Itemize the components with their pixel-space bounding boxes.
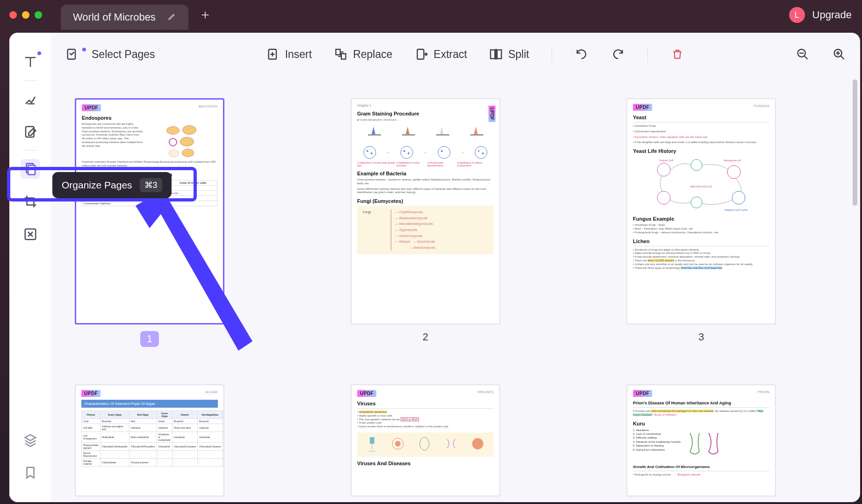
sidebar-highlight[interactable] — [21, 89, 40, 109]
section-heading: Growth And Cultivation Of Microorganisms — [633, 465, 769, 469]
svg-rect-11 — [341, 54, 345, 59]
svg-point-34 — [441, 150, 443, 152]
svg-point-32 — [408, 152, 409, 154]
svg-rect-13 — [490, 50, 495, 59]
tooltip-label: Organize Pages — [62, 180, 132, 191]
page-corner: FUNGUS — [754, 104, 769, 108]
svg-text:Haploid Cell Cycle: Haploid Cell Cycle — [725, 209, 748, 211]
maximize-window-button[interactable] — [35, 11, 42, 19]
page-corner: ALGAE — [205, 390, 218, 394]
sidebar-crop[interactable] — [21, 192, 40, 211]
page-thumbnail-6[interactable]: UPDF PRION Prion's Disease Of Human Inhe… — [626, 384, 776, 497]
svg-point-41 — [732, 191, 745, 204]
page-number: 3 — [698, 331, 704, 343]
upgrade-button[interactable]: Upgrade — [812, 9, 852, 21]
insert-label: Insert — [285, 48, 312, 61]
new-tab-button[interactable] — [199, 8, 212, 22]
svg-rect-26 — [470, 134, 483, 136]
brand-logo: UPDF — [633, 390, 652, 397]
svg-rect-24 — [402, 134, 415, 136]
minimize-window-button[interactable] — [22, 11, 29, 19]
brand-logo: UPDF — [633, 104, 652, 111]
select-pages-button[interactable]: Select Pages — [65, 48, 155, 61]
rotate-right-button[interactable] — [611, 47, 625, 61]
section-heading: Yeast Life History — [633, 148, 769, 154]
sidebar — [9, 33, 51, 502]
sidebar-tools[interactable] — [21, 224, 40, 244]
zoom-in-button[interactable] — [832, 47, 846, 61]
document-tab-title: World of Microbes — [73, 11, 156, 23]
sidebar-separator — [23, 150, 38, 151]
page-thumbnail-5[interactable]: UPDF VIRUSES Viruses • Intracellular par… — [351, 384, 500, 497]
svg-rect-48 — [370, 437, 374, 444]
document-tab[interactable]: World of Microbes — [61, 5, 188, 30]
rename-icon[interactable] — [168, 11, 176, 23]
brand-logo: UPDF — [357, 390, 376, 397]
page-corner: BACTERIA — [199, 104, 217, 108]
svg-point-40 — [727, 166, 740, 179]
page-corner: PRION — [758, 390, 769, 394]
sidebar-reader[interactable] — [21, 52, 40, 72]
scrollbar-track[interactable] — [853, 79, 857, 493]
title-bar: World of Microbes L Upgrade — [0, 0, 862, 30]
section-heading: Example of Bacteria — [357, 171, 494, 176]
body-text: Some differential staining methods that … — [357, 187, 494, 195]
tooltip-shortcut: ⌘3 — [140, 178, 162, 192]
organize-toolbar: Select Pages Insert Replace Extract Spli… — [65, 41, 846, 67]
thumbnail-grid: UPDF BACTERIA Endospores Endospores are … — [61, 79, 851, 502]
extract-button[interactable]: Extract — [415, 48, 467, 61]
body-text: Gram-positive bacteria – botulinum, teta… — [357, 178, 494, 186]
organize-pages-tooltip: Organize Pages ⌘3 — [52, 172, 172, 198]
body-text: Endospores are constructs that are highl… — [82, 122, 143, 158]
section-heading: Lichen — [633, 238, 769, 244]
svg-point-37 — [482, 152, 484, 154]
notification-dot-icon — [82, 48, 86, 51]
replace-button[interactable]: Replace — [334, 48, 392, 61]
sidebar-separator — [23, 80, 38, 81]
svg-rect-4 — [28, 166, 35, 175]
delete-button[interactable] — [670, 47, 684, 61]
section-heading: Prion's Disease Of Human Inheritance And… — [633, 401, 769, 405]
svg-point-35 — [475, 146, 487, 158]
avatar[interactable]: L — [789, 7, 805, 23]
toolbar-divider — [552, 46, 552, 62]
svg-point-36 — [478, 150, 480, 152]
zoom-out-button[interactable] — [796, 47, 810, 61]
close-window-button[interactable] — [9, 11, 17, 19]
scrollbar-thumb[interactable] — [853, 79, 857, 206]
sidebar-organize-pages[interactable] — [21, 159, 40, 179]
section-heading: Yeast — [633, 115, 769, 120]
svg-rect-10 — [336, 50, 340, 55]
section-heading: Viruses And Diseases — [357, 461, 494, 466]
svg-point-31 — [403, 150, 405, 152]
sidebar-layers[interactable] — [21, 430, 40, 450]
brand-logo: UPDF — [81, 390, 101, 397]
section-heading: Gram Staining Procedure — [357, 111, 494, 116]
select-pages-label: Select Pages — [92, 48, 155, 61]
page-thumbnail-2[interactable]: Chapter 1 UPDF Gram Staining Procedure ■… — [351, 98, 500, 347]
main-window: Select Pages Insert Replace Extract Spli… — [9, 33, 860, 502]
svg-point-52 — [395, 441, 401, 446]
rotate-left-button[interactable] — [575, 47, 589, 61]
svg-text:MEIOSIS ASCUS: MEIOSIS ASCUS — [690, 185, 712, 188]
insert-button[interactable]: Insert — [266, 48, 312, 61]
split-label: Split — [508, 48, 529, 61]
section-heading: Endospores — [82, 115, 217, 121]
section-heading: Fungi (Eumycetes) — [357, 198, 494, 204]
section-heading: Kuru — [633, 421, 769, 426]
replace-label: Replace — [353, 48, 392, 61]
svg-rect-23 — [368, 134, 381, 136]
svg-line-22 — [841, 56, 844, 59]
page-number: 2 — [423, 331, 428, 343]
svg-rect-25 — [436, 134, 449, 136]
svg-point-27 — [364, 146, 376, 158]
sidebar-edit[interactable] — [21, 122, 40, 142]
svg-point-39 — [691, 159, 702, 171]
sidebar-bookmark[interactable] — [21, 463, 40, 482]
page-thumbnail-4[interactable]: UPDF ALGAE Characteristics Of Selected P… — [75, 384, 224, 497]
extract-label: Extract — [434, 48, 467, 61]
split-button[interactable]: Split — [489, 48, 529, 61]
page-thumbnail-1[interactable]: UPDF BACTERIA Endospores Endospores are … — [75, 98, 224, 347]
page-thumbnail-3[interactable]: UPDF FUNGUS Yeast • Unicellular Fungi • … — [626, 98, 776, 347]
page-number: 1 — [140, 331, 159, 347]
